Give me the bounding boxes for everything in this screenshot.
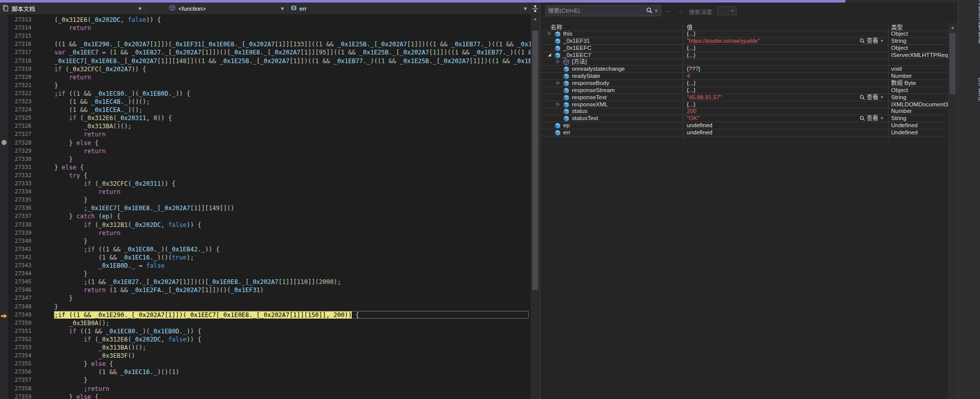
- scrollbar-thumb[interactable]: [532, 31, 538, 290]
- variable-row[interactable]: ▷responseBody{...}数组 Byte: [540, 80, 947, 87]
- code-text: (_0x312E6(_0x202DC, false)) {: [40, 16, 161, 24]
- code-text: }: [40, 270, 87, 278]
- variable-row[interactable]: readyState4Number: [540, 73, 947, 80]
- variable-object-icon: [563, 108, 569, 116]
- watch-search-box[interactable]: ▼: [545, 5, 661, 16]
- variable-row[interactable]: responseStream{...}Object: [540, 87, 947, 94]
- code-text: _0x3EB0A();: [40, 319, 109, 327]
- line-number: 27316: [9, 40, 32, 48]
- line-number: 27325: [9, 114, 32, 122]
- search-input[interactable]: [546, 8, 645, 14]
- line-number: 27313: [9, 16, 32, 24]
- line-number: 27351: [9, 327, 32, 335]
- expand-arrow[interactable]: ▷: [557, 80, 560, 85]
- member-dropdown[interactable]: err ▼: [288, 3, 531, 14]
- variable-row[interactable]: responseText"45.88.91.57"查看▼String: [540, 94, 947, 101]
- line-number: 27320: [9, 73, 32, 81]
- scrollbar-thumb[interactable]: [950, 33, 956, 94]
- variable-type: Undefined: [891, 122, 917, 129]
- line-number: 27358: [9, 385, 32, 393]
- value-view-button[interactable]: 查看▼: [860, 115, 884, 122]
- tab-solution-explorer[interactable]: 解决方案资源管理器: [962, 0, 980, 44]
- variable-row[interactable]: epundefinedUndefined: [540, 122, 947, 129]
- variable-row[interactable]: status200Number: [540, 108, 947, 115]
- variable-row[interactable]: ▷[方法]: [540, 59, 947, 66]
- line-number: 27314: [9, 24, 32, 32]
- variable-row[interactable]: ◢_0x1EEC7{...}IServerXMLHTTPRequ...: [540, 52, 947, 59]
- line-number: 27349: [9, 311, 32, 319]
- variable-value: {...}: [687, 31, 695, 37]
- code-text: if (_0x32CFC(_0x20311)) {: [40, 180, 175, 188]
- variable-row[interactable]: ▷responseXML{...}IXMLDOMDocument3: [540, 101, 947, 108]
- code-text: try {: [40, 172, 87, 180]
- code-text: return: [40, 147, 106, 155]
- function-dropdown-label: <function>: [178, 6, 206, 12]
- variable-object-icon: [563, 95, 569, 102]
- variable-name: [方法]: [572, 59, 587, 65]
- back-arrow-icon[interactable]: ←: [665, 6, 672, 14]
- code-text: _0x313BA()();: [40, 122, 132, 130]
- column-header-type[interactable]: 类型: [891, 23, 903, 31]
- scroll-up-icon[interactable]: ▲: [531, 16, 540, 21]
- expand-arrow[interactable]: ▷: [557, 59, 560, 64]
- variable-row[interactable]: statusText"OK"查看▼String: [540, 115, 947, 122]
- line-number: 27331: [9, 163, 32, 172]
- variable-row[interactable]: onreadystatechange{???}void: [540, 66, 947, 73]
- variable-name: responseXML: [572, 101, 608, 108]
- split-editor-handle[interactable]: [531, 3, 540, 14]
- function-dropdown[interactable]: <function> ▼: [146, 3, 288, 14]
- chevron-down-icon: ▼: [523, 6, 528, 11]
- line-number: 27335: [9, 196, 32, 204]
- editor-vertical-scrollbar[interactable]: ▲: [531, 14, 540, 399]
- breakpoint-icon[interactable]: [2, 140, 7, 145]
- variable-value: {???}: [687, 66, 700, 72]
- line-number: 27332: [9, 172, 32, 180]
- variable-type: void: [891, 66, 902, 72]
- scroll-up-icon[interactable]: ▲: [948, 25, 957, 30]
- code-text: ;if ((1 && _0x1EC80._)(_0x1EB42._)) {: [40, 245, 220, 253]
- line-number: 27333: [9, 180, 32, 188]
- line-number: 27345: [9, 278, 32, 286]
- search-options-chevron-icon[interactable]: ▼: [654, 9, 658, 13]
- line-number: 27330: [9, 155, 32, 163]
- variable-name: readyState: [572, 73, 600, 79]
- code-text: }: [40, 155, 73, 163]
- code-text: ;if ((1 && _0x1EC80._)(_0x1EB0D._)) {: [40, 90, 190, 98]
- column-header-name[interactable]: 名称: [550, 23, 562, 31]
- line-number: 27318: [9, 57, 32, 65]
- value-view-button[interactable]: 查看▼: [860, 94, 884, 101]
- code-text: (1 && _0x1EC4B._)()();: [40, 98, 150, 106]
- expand-arrow[interactable]: ◢: [548, 52, 551, 57]
- line-number: 27338: [9, 221, 32, 229]
- code-text: }: [40, 376, 87, 384]
- expand-arrow[interactable]: ▷: [548, 31, 551, 36]
- code-editor[interactable]: 27313 (_0x312E6(_0x202DC, false)) {27314…: [0, 14, 531, 399]
- variable-row[interactable]: ▷this{...}Object: [540, 31, 947, 38]
- variable-type: Object: [891, 87, 908, 94]
- search-depth-label: 搜索深度:: [689, 8, 714, 16]
- variable-row[interactable]: errundefinedUndefined: [540, 129, 947, 136]
- breakpoint-margin[interactable]: [0, 14, 8, 399]
- variable-type: String: [891, 115, 906, 122]
- expand-arrow[interactable]: ▷: [557, 102, 560, 106]
- search-depth-dropdown[interactable]: ▼: [717, 6, 737, 15]
- variable-type: 数组 Byte: [891, 80, 916, 87]
- forward-arrow-icon[interactable]: →: [677, 6, 684, 14]
- variable-row[interactable]: _0x1EF31"https://pastie.io/raw/yjuddx"查看…: [540, 38, 947, 45]
- value-view-button[interactable]: 查看▼: [860, 38, 884, 44]
- search-icon[interactable]: [646, 7, 653, 15]
- code-text: }: [40, 294, 73, 302]
- line-number: 27341: [9, 245, 32, 253]
- tab-git-changes[interactable]: Git 更改: [962, 77, 980, 101]
- watch-vertical-scrollbar[interactable]: ▲: [948, 23, 957, 399]
- code-text: if ((1 && _0x1EC80._)(_0x1EB0D._)) {: [40, 327, 201, 335]
- document-dropdown[interactable]: 脚本文档 ▼: [0, 3, 145, 14]
- variable-value: {...}: [687, 87, 695, 94]
- line-number: 27350: [9, 319, 32, 327]
- line-number: 27353: [9, 344, 32, 352]
- column-header-value[interactable]: 值: [687, 23, 693, 31]
- variable-value: {...}: [687, 52, 695, 59]
- code-text: ;if ((1 && _0x1E290._[_0x202A7[1]])(_0x1…: [40, 311, 359, 319]
- code-text: _0x1EEC7[_0x1E0E8._[_0x202A7[1]][148]]((…: [40, 57, 531, 65]
- variable-row[interactable]: _0x1EEFC{...}Object: [540, 45, 947, 52]
